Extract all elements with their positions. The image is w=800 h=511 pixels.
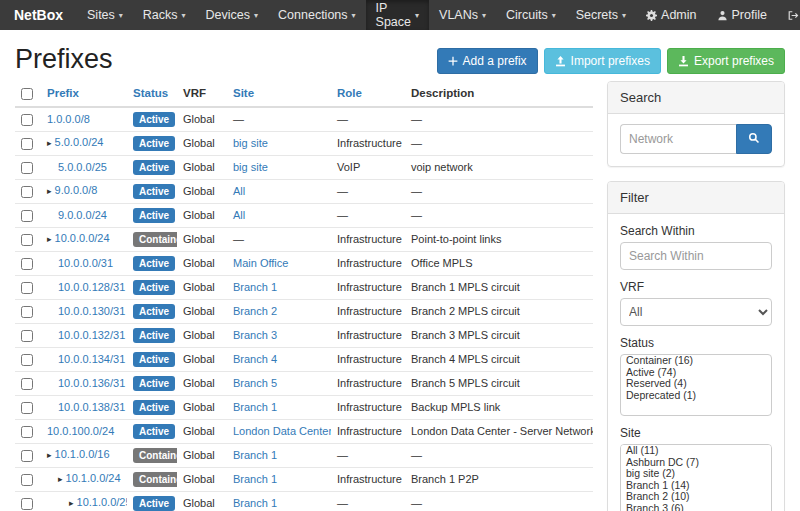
nav-item-racks[interactable]: Racks▾ [133,0,196,30]
site-link[interactable]: All [233,209,245,221]
prefix-link[interactable]: 10.0.0.136/31 [58,377,125,389]
nav-profile[interactable]: Profile [707,0,777,30]
nav-item-vlans[interactable]: VLANs▾ [429,0,496,30]
export-icon [678,56,689,67]
site-link[interactable]: Branch 1 [233,497,277,509]
prefix-link[interactable]: 9.0.0.0/24 [58,209,107,221]
status-cell: Active [127,347,177,371]
status-badge: Active [133,208,175,223]
site-link[interactable]: Branch 3 [233,329,277,341]
indent-spacer [47,170,58,171]
row-checkbox[interactable] [21,114,33,126]
row-checkbox[interactable] [21,354,33,366]
nav-item-secrets[interactable]: Secrets▾ [566,0,636,30]
site-link[interactable]: Branch 1 [233,281,277,293]
sort-link-status[interactable]: Status [133,87,168,99]
prefix-link[interactable]: 9.0.0.0/8 [55,184,98,196]
site-link[interactable]: Branch 4 [233,353,277,365]
description-cell: Branch 1 P2P [405,467,593,491]
select-all-checkbox[interactable] [21,88,33,100]
import-prefixes-button[interactable]: Import prefixes [544,48,661,74]
prefix-link[interactable]: 5.0.0.0/24 [55,136,104,148]
row-checkbox[interactable] [21,258,33,270]
sort-link-role[interactable]: Role [337,87,362,99]
nav-item-label: Devices [206,8,250,22]
site-link[interactable]: big site [233,161,268,173]
row-checkbox[interactable] [21,210,33,222]
site-listbox[interactable]: All (11)Ashburn DC (7)big site (2)Branch… [620,444,772,511]
row-checkbox[interactable] [21,402,33,414]
search-input[interactable] [620,124,736,154]
role-cell: Infrastructure [331,323,405,347]
prefix-link[interactable]: 10.0.0.130/31 [58,305,125,317]
site-link[interactable]: Branch 1 [233,401,277,413]
prefix-link[interactable]: 10.1.0.0/25 [77,496,127,508]
site-link[interactable]: big site [233,137,268,149]
listbox-option[interactable]: All (11) [621,445,771,457]
vrf-select[interactable]: All [620,298,772,326]
prefix-link[interactable]: 5.0.0.0/25 [58,161,107,173]
prefix-link[interactable]: 10.0.0.134/31 [58,353,125,365]
search-within-input[interactable] [620,242,772,270]
site-link[interactable]: Main Office [233,257,288,269]
prefix-link[interactable]: 10.1.0.0/24 [66,472,121,484]
listbox-option[interactable]: big site (2) [621,468,771,480]
role-cell: — [331,443,405,467]
nav-log-out[interactable]: Log out [777,0,800,30]
role-cell: — [331,107,405,132]
listbox-option[interactable]: Container (16) [621,355,771,367]
prefix-link[interactable]: 10.1.0.0/16 [55,448,110,460]
prefix-link[interactable]: 10.0.100.0/24 [47,425,114,437]
row-checkbox[interactable] [21,306,33,318]
nav-item-devices[interactable]: Devices▾ [196,0,268,30]
prefix-link[interactable]: 10.0.0.128/31 [58,281,125,293]
site-link[interactable]: London Data Center [233,425,331,437]
row-checkbox[interactable] [21,330,33,342]
expand-arrow-icon: ▸ [47,450,52,460]
row-checkbox[interactable] [21,138,33,150]
button-label: Import prefixes [571,54,650,68]
import-icon [555,56,566,67]
prefix-link[interactable]: 1.0.0.0/8 [47,113,90,125]
sort-link-site[interactable]: Site [233,87,254,99]
row-checkbox[interactable] [21,498,33,510]
row-checkbox[interactable] [21,282,33,294]
site-link[interactable]: Branch 1 [233,473,277,485]
add-a-prefix-button[interactable]: Add a prefix [437,48,538,74]
brand-logo[interactable]: NetBox [0,0,77,30]
site-link[interactable]: Branch 1 [233,449,277,461]
row-checkbox[interactable] [21,426,33,438]
prefix-link[interactable]: 10.0.0.138/31 [58,401,125,413]
nav-admin[interactable]: Admin [636,0,706,30]
listbox-option[interactable]: Branch 3 (6) [621,503,771,511]
site-link[interactable]: Branch 2 [233,305,277,317]
nav-item-circuits[interactable]: Circuits▾ [496,0,566,30]
row-checkbox[interactable] [21,474,33,486]
nav-item-sites[interactable]: Sites▾ [77,0,133,30]
listbox-option[interactable]: Reserved (4) [621,378,771,390]
row-checkbox[interactable] [21,186,33,198]
row-checkbox[interactable] [21,378,33,390]
prefix-cell: 10.0.0.132/31 [41,323,127,347]
row-checkbox[interactable] [21,234,33,246]
description-cell: — [405,443,593,467]
listbox-option[interactable]: Branch 2 (10) [621,491,771,503]
row-checkbox[interactable] [21,450,33,462]
search-button[interactable] [736,124,772,154]
row-checkbox[interactable] [21,162,33,174]
prefix-table-container: PrefixStatusVRFSiteRoleDescription 1.0.0… [15,81,593,511]
nav-item-ip-space[interactable]: IP Space▾ [366,0,429,30]
prefix-link[interactable]: 10.0.0.0/24 [55,232,110,244]
site-link[interactable]: All [233,185,245,197]
nav-item-connections[interactable]: Connections▾ [268,0,366,30]
site-cell: Branch 1 [227,443,331,467]
export-prefixes-button[interactable]: Export prefixes [667,48,785,74]
chevron-down-icon: ▾ [622,11,626,20]
sort-link-prefix[interactable]: Prefix [47,87,79,99]
prefix-link[interactable]: 10.0.0.132/31 [58,329,125,341]
listbox-option[interactable]: Deprecated (1) [621,390,771,402]
status-listbox[interactable]: Container (16)Active (74)Reserved (4)Dep… [620,354,772,416]
column-header-vrf: VRF [177,81,227,107]
site-link[interactable]: Branch 5 [233,377,277,389]
prefix-link[interactable]: 10.0.0.0/31 [58,257,113,269]
